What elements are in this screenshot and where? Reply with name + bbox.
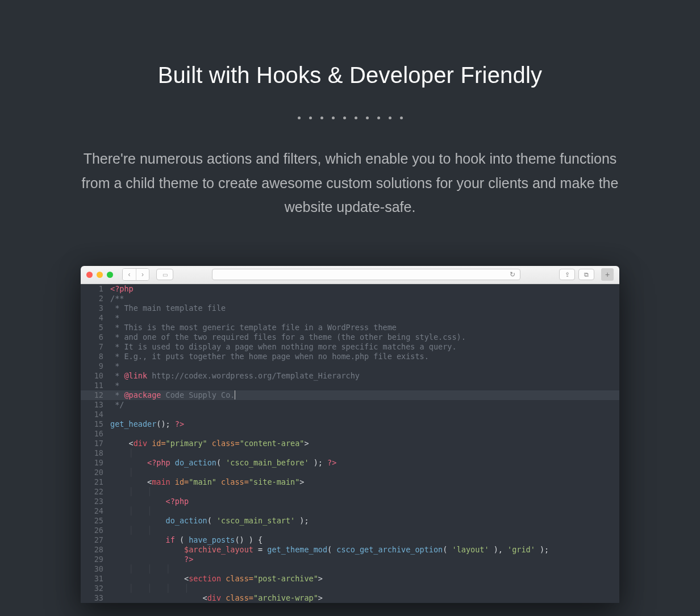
minimize-icon[interactable] bbox=[97, 272, 103, 278]
browser-window: ‹ › ▭ ↻ ⇪ ⧉ + 1<?php 2/** 3 * The main t… bbox=[81, 266, 619, 603]
nav-buttons: ‹ › bbox=[122, 268, 149, 281]
code-editor: 1<?php 2/** 3 * The main template file 4… bbox=[81, 284, 619, 603]
new-tab-button[interactable]: + bbox=[601, 268, 614, 281]
address-bar[interactable]: ↻ bbox=[212, 269, 520, 280]
browser-chrome: ‹ › ▭ ↻ ⇪ ⧉ + bbox=[81, 266, 619, 284]
reload-icon[interactable]: ↻ bbox=[510, 270, 515, 278]
tabs-button[interactable]: ⧉ bbox=[578, 269, 594, 280]
share-button[interactable]: ⇪ bbox=[559, 269, 575, 280]
section-description: There're numerous actions and filters, w… bbox=[77, 147, 623, 219]
sidebar-toggle-button[interactable]: ▭ bbox=[156, 269, 173, 280]
active-line: 12 * @package Code Supply Co. bbox=[81, 390, 619, 400]
close-icon[interactable] bbox=[86, 272, 93, 278]
back-button[interactable]: ‹ bbox=[123, 269, 136, 280]
traffic-lights bbox=[86, 272, 113, 278]
line-number: 1 bbox=[81, 284, 110, 294]
maximize-icon[interactable] bbox=[107, 272, 113, 278]
forward-button[interactable]: › bbox=[136, 269, 149, 280]
section-heading: Built with Hooks & Developer Friendly bbox=[0, 63, 700, 88]
divider-dots bbox=[0, 116, 700, 119]
